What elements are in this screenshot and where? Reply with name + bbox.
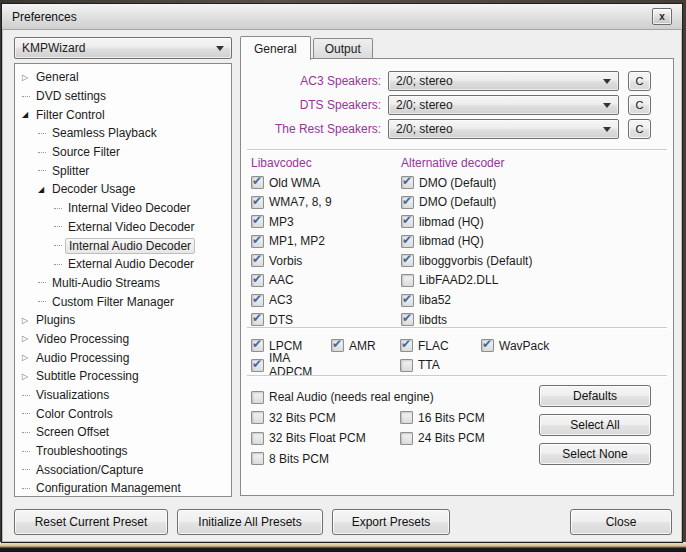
expander-icon[interactable] xyxy=(22,426,36,439)
dmo-1-checkbox[interactable] xyxy=(401,176,414,189)
checkbox-label[interactable]: liboggvorbis (Default) xyxy=(419,254,532,268)
expander-icon[interactable] xyxy=(54,258,68,271)
tree-item-dvd-settings[interactable]: DVD settings xyxy=(17,87,229,106)
expander-icon[interactable] xyxy=(38,183,52,196)
mp3-checkbox[interactable] xyxy=(251,215,264,228)
dmo-1-row[interactable]: DMO (Default) xyxy=(401,173,663,192)
pcm-24-row[interactable]: 24 Bits PCM xyxy=(400,428,485,449)
liba52-checkbox[interactable] xyxy=(401,294,414,307)
pcm-32-checkbox[interactable] xyxy=(251,411,264,424)
ima-adpcm-row[interactable]: IMA ADPCM xyxy=(251,356,331,375)
checkbox-label[interactable]: DMO (Default) xyxy=(419,176,496,190)
checkbox-label[interactable]: DTS xyxy=(269,313,293,327)
tree-item-configuration-management[interactable]: Configuration Management xyxy=(17,479,229,497)
tab-output[interactable]: Output xyxy=(313,38,373,59)
tree-item-seamless-playback[interactable]: Seamless Playback xyxy=(17,124,229,143)
real-audio-row[interactable]: Real Audio (needs real engine) xyxy=(251,387,485,408)
expander-icon[interactable] xyxy=(22,445,36,458)
expander-icon[interactable] xyxy=(22,389,36,402)
select-none-button[interactable]: Select None xyxy=(539,443,651,465)
expander-icon[interactable] xyxy=(54,220,68,233)
checkbox-label[interactable]: AC3 xyxy=(269,293,292,307)
liboggvorbis-row[interactable]: liboggvorbis (Default) xyxy=(401,251,663,270)
pcm-32-row[interactable]: 32 Bits PCM xyxy=(251,408,400,429)
dts-checkbox[interactable] xyxy=(251,313,264,326)
expander-icon[interactable] xyxy=(38,127,52,140)
tab-general[interactable]: General xyxy=(240,36,311,60)
flac-checkbox[interactable] xyxy=(400,339,413,352)
wavpack-checkbox[interactable] xyxy=(481,339,494,352)
tree-item-internal-audio-decoder[interactable]: Internal Audio Decoder xyxy=(17,236,229,255)
libmad-2-checkbox[interactable] xyxy=(401,235,414,248)
tree-item-external-video-decoder[interactable]: External Video Decoder xyxy=(17,218,229,237)
libfaad2-row[interactable]: LibFAAD2.DLL xyxy=(401,271,663,290)
expander-icon[interactable] xyxy=(54,202,68,215)
checkbox-label[interactable]: libmad (HQ) xyxy=(419,215,484,229)
tree-item-visualizations[interactable]: Visualizations xyxy=(17,386,229,405)
expander-icon[interactable] xyxy=(22,71,36,84)
checkbox-label[interactable]: TTA xyxy=(418,358,440,372)
liba52-row[interactable]: liba52 xyxy=(401,291,663,310)
rest-config-button[interactable]: C xyxy=(628,119,651,139)
ac3-speakers-select[interactable]: 2/0; stereo xyxy=(388,71,619,91)
pcm-24-checkbox[interactable] xyxy=(400,432,413,445)
ima-adpcm-checkbox[interactable] xyxy=(251,359,264,372)
mp3-row[interactable]: MP3 xyxy=(251,212,401,231)
expander-icon[interactable] xyxy=(22,370,36,383)
checkbox-label[interactable]: AAC xyxy=(269,273,294,287)
vorbis-checkbox[interactable] xyxy=(251,254,264,267)
window-close-button[interactable]: x xyxy=(652,8,672,25)
expander-icon[interactable] xyxy=(22,351,36,364)
dts-config-button[interactable]: C xyxy=(628,95,651,115)
tree-item-custom-filter-manager[interactable]: Custom Filter Manager xyxy=(17,292,229,311)
libmad-2-row[interactable]: libmad (HQ) xyxy=(401,232,663,251)
expander-icon[interactable] xyxy=(22,332,36,345)
checkbox-label[interactable]: WavPack xyxy=(499,339,549,353)
initialize-all-presets-button[interactable]: Initialize All Presets xyxy=(177,509,323,535)
checkbox-label[interactable]: libmad (HQ) xyxy=(419,234,484,248)
vorbis-row[interactable]: Vorbis xyxy=(251,251,401,270)
expander-icon[interactable] xyxy=(22,482,36,495)
amr-row[interactable]: AMR xyxy=(331,336,400,355)
expander-icon[interactable] xyxy=(22,407,36,420)
checkbox-label[interactable]: 8 Bits PCM xyxy=(269,452,329,466)
aac-checkbox[interactable] xyxy=(251,274,264,287)
checkbox-label[interactable]: MP3 xyxy=(269,215,294,229)
flac-row[interactable]: FLAC xyxy=(400,336,481,355)
libmad-1-checkbox[interactable] xyxy=(401,215,414,228)
real-audio-checkbox[interactable] xyxy=(251,391,264,404)
checkbox-label[interactable]: MP1, MP2 xyxy=(269,234,325,248)
wma789-checkbox[interactable] xyxy=(251,196,264,209)
wavpack-row[interactable]: WavPack xyxy=(481,336,549,355)
checkbox-label[interactable]: Vorbis xyxy=(269,254,302,268)
ac3-row[interactable]: AC3 xyxy=(251,291,401,310)
preset-select[interactable]: KMPWizard xyxy=(14,37,232,59)
checkbox-label[interactable]: WMA7, 8, 9 xyxy=(269,195,332,209)
tree-item-external-audio-decoder[interactable]: External Audio Decoder xyxy=(17,255,229,274)
expander-icon[interactable] xyxy=(38,164,52,177)
tree-item-internal-video-decoder[interactable]: Internal Video Decoder xyxy=(17,199,229,218)
tree-item-color-controls[interactable]: Color Controls xyxy=(17,404,229,423)
libfaad2-checkbox[interactable] xyxy=(401,274,414,287)
amr-checkbox[interactable] xyxy=(331,339,344,352)
old-wma-checkbox[interactable] xyxy=(251,176,264,189)
mp1-mp2-checkbox[interactable] xyxy=(251,235,264,248)
tree-item-video-processing[interactable]: Video Processing xyxy=(17,330,229,349)
old-wma-row[interactable]: Old WMA xyxy=(251,173,401,192)
checkbox-label[interactable]: 32 Bits PCM xyxy=(269,411,336,425)
checkbox-label[interactable]: Old WMA xyxy=(269,176,320,190)
lpcm-checkbox[interactable] xyxy=(251,339,264,352)
tree-item-decoder-usage[interactable]: Decoder Usage xyxy=(17,180,229,199)
expander-icon[interactable] xyxy=(22,314,36,327)
checkbox-label[interactable]: DMO (Default) xyxy=(419,195,496,209)
dts-speakers-select[interactable]: 2/0; stereo xyxy=(388,95,619,115)
pcm-16-row[interactable]: 16 Bits PCM xyxy=(400,408,485,429)
close-button[interactable]: Close xyxy=(570,509,672,535)
checkbox-label[interactable]: liba52 xyxy=(419,293,451,307)
expander-icon[interactable] xyxy=(22,463,36,476)
checkbox-label[interactable]: 16 Bits PCM xyxy=(418,411,485,425)
tree-item-association-capture[interactable]: Association/Capture xyxy=(17,460,229,479)
checkbox-label[interactable]: libdts xyxy=(419,313,447,327)
aac-row[interactable]: AAC xyxy=(251,271,401,290)
tree-item-splitter[interactable]: Splitter xyxy=(17,161,229,180)
